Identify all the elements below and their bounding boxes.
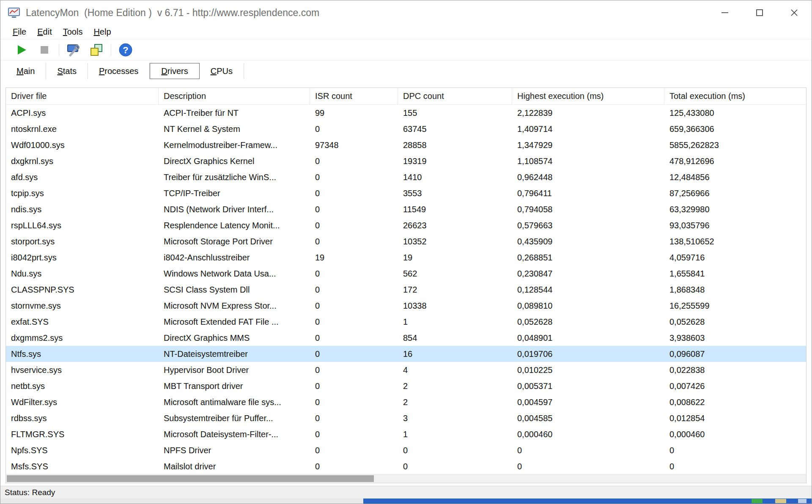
menu-item-tools[interactable]: Tools <box>58 27 88 37</box>
menu-help-rest: elp <box>100 27 111 36</box>
cell-isr-count: 0 <box>310 378 398 394</box>
cell-dpc-count: 2 <box>398 394 512 410</box>
table-row[interactable]: tcpip.sysTCP/IP-Treiber035530,79641187,2… <box>6 185 806 201</box>
tab-main[interactable]: Main <box>5 63 46 79</box>
table-row[interactable]: ntoskrnl.exeNT Kernel & System0637451,40… <box>6 121 806 137</box>
cell-driver-file: storport.sys <box>6 233 159 249</box>
column-header-highest-execution[interactable]: Highest execution (ms) <box>512 88 664 104</box>
window-controls <box>708 0 812 25</box>
table-row[interactable]: netbt.sysMBT Transport driver020,0053710… <box>6 378 806 394</box>
cell-isr-count: 0 <box>310 217 398 233</box>
table-row[interactable]: ndis.sysNDIS (Network Driver Interf...01… <box>6 201 806 217</box>
cell-dpc-count: 3553 <box>398 185 512 201</box>
table-row[interactable]: storport.sysMicrosoft Storage Port Drive… <box>6 233 806 249</box>
cell-driver-file: i8042prt.sys <box>6 249 159 266</box>
cell-description: Microsoft Dateisystem-Filter-... <box>159 426 310 442</box>
table-row[interactable]: afd.sysTreiber für zusätzliche WinS...01… <box>6 169 806 185</box>
cell-total-execution: 125,433080 <box>664 105 806 121</box>
play-icon <box>15 44 28 56</box>
cell-dpc-count: 1410 <box>398 169 512 185</box>
table-row[interactable]: Npfs.SYSNPFS Driver0000 <box>6 442 806 458</box>
cell-highest-execution: 0 <box>512 442 664 458</box>
table-row[interactable]: i8042prt.sysi8042-Anschlusstreiber19190,… <box>6 249 806 266</box>
table-row[interactable]: WdFilter.sysMicrosoft antimalware file s… <box>6 394 806 410</box>
taskbar-sliver-blue[interactable] <box>363 499 812 504</box>
cell-total-execution: 0,096087 <box>664 346 806 362</box>
menu-item-file[interactable]: File <box>7 27 32 37</box>
table-row[interactable]: FLTMGR.SYSMicrosoft Dateisystem-Filter-.… <box>6 426 806 442</box>
cell-isr-count: 0 <box>310 362 398 378</box>
table-row[interactable]: Ndu.sysWindows Network Data Usa...05620,… <box>6 266 806 282</box>
cell-driver-file: Ntfs.sys <box>6 346 159 362</box>
cell-dpc-count: 28858 <box>398 137 512 153</box>
listview-header: Driver file Description ISR count DPC co… <box>6 88 806 105</box>
column-header-isr-count[interactable]: ISR count <box>310 88 398 104</box>
tab-cpus[interactable]: CPUs <box>200 63 244 79</box>
table-row[interactable]: exfat.SYSMicrosoft Extended FAT File ...… <box>6 314 806 330</box>
cell-isr-count: 0 <box>310 153 398 169</box>
options-button[interactable] <box>65 41 82 58</box>
table-row[interactable]: hvservice.sysHypervisor Boot Driver040,0… <box>6 362 806 378</box>
report-button[interactable] <box>88 41 105 58</box>
tab-drivers[interactable]: Drivers <box>150 63 199 79</box>
table-row[interactable]: rdbss.sysSubsystemtreiber für Puffer...0… <box>6 410 806 426</box>
cell-total-execution: 478,912696 <box>664 153 806 169</box>
column-header-driver-file[interactable]: Driver file <box>6 88 159 104</box>
cell-driver-file: WdFilter.sys <box>6 394 159 410</box>
taskbar-sliver-light <box>0 499 363 504</box>
column-header-description[interactable]: Description <box>159 88 310 104</box>
cell-highest-execution: 0,579663 <box>512 217 664 233</box>
horizontal-scrollbar[interactable] <box>6 474 806 483</box>
cell-isr-count: 0 <box>310 201 398 217</box>
cell-total-execution: 0,052628 <box>664 314 806 330</box>
table-row[interactable]: dxgmms2.sysDirectX Graphics MMS08540,048… <box>6 330 806 346</box>
cell-isr-count: 0 <box>310 458 398 474</box>
help-icon: ? <box>118 42 133 58</box>
cell-driver-file: ntoskrnl.exe <box>6 121 159 137</box>
stop-icon <box>38 44 51 56</box>
cell-total-execution: 3,938603 <box>664 330 806 346</box>
start-monitor-button[interactable] <box>13 41 30 58</box>
menu-edit-rest: dit <box>43 27 52 36</box>
maximize-button[interactable] <box>742 0 777 25</box>
close-button[interactable] <box>777 0 812 25</box>
table-row[interactable]: stornvme.sysMicrosoft NVM Express Stor..… <box>6 298 806 314</box>
cell-driver-file: Ndu.sys <box>6 266 159 282</box>
cell-total-execution: 0,008622 <box>664 394 806 410</box>
column-header-total-execution[interactable]: Total execution (ms) <box>664 88 806 104</box>
table-row[interactable]: CLASSPNP.SYSSCSI Class System Dll01720,1… <box>6 282 806 298</box>
cell-isr-count: 0 <box>310 298 398 314</box>
cell-dpc-count: 16 <box>398 346 512 362</box>
cell-description: DirectX Graphics Kernel <box>159 153 310 169</box>
cell-highest-execution: 0,230847 <box>512 266 664 282</box>
cell-isr-count: 0 <box>310 185 398 201</box>
column-header-dpc-count[interactable]: DPC count <box>398 88 512 104</box>
cell-dpc-count: 26623 <box>398 217 512 233</box>
drivers-listview: Driver file Description ISR count DPC co… <box>5 88 807 483</box>
cell-dpc-count: 3 <box>398 410 512 426</box>
table-row[interactable]: dxgkrnl.sysDirectX Graphics Kernel019319… <box>6 153 806 169</box>
table-row[interactable]: Wdf01000.sysKernelmodustreiber-Framew...… <box>6 137 806 153</box>
tab-stats[interactable]: Stats <box>46 63 88 79</box>
menu-item-help[interactable]: Help <box>88 27 116 37</box>
table-row[interactable]: rspLLL64.sysResplendence Latency Monit..… <box>6 217 806 233</box>
help-button[interactable]: ? <box>117 41 134 58</box>
cell-dpc-count: 19319 <box>398 153 512 169</box>
cell-isr-count: 0 <box>310 410 398 426</box>
cell-description: MBT Transport driver <box>159 378 310 394</box>
cell-isr-count: 0 <box>310 346 398 362</box>
title-bar[interactable]: LatencyMon (Home Edition ) v 6.71 - http… <box>0 0 812 25</box>
tab-processes[interactable]: Processes <box>88 63 150 79</box>
minimize-button[interactable] <box>708 0 742 25</box>
cell-description: Microsoft Extended FAT File ... <box>159 314 310 330</box>
menu-item-edit[interactable]: Edit <box>32 27 57 37</box>
cell-total-execution: 0,000460 <box>664 426 806 442</box>
table-row[interactable]: Msfs.SYSMailslot driver0000 <box>6 458 806 474</box>
cell-driver-file: CLASSPNP.SYS <box>6 282 159 298</box>
cell-isr-count: 19 <box>310 249 398 266</box>
cell-highest-execution: 0,048901 <box>512 330 664 346</box>
table-row[interactable]: ACPI.sysACPI-Treiber für NT991552,122839… <box>6 105 806 121</box>
stop-monitor-button[interactable] <box>36 41 53 58</box>
table-row[interactable]: Ntfs.sysNT-Dateisystemtreiber0160,019706… <box>6 346 806 362</box>
horizontal-scrollbar-thumb[interactable] <box>7 475 374 482</box>
